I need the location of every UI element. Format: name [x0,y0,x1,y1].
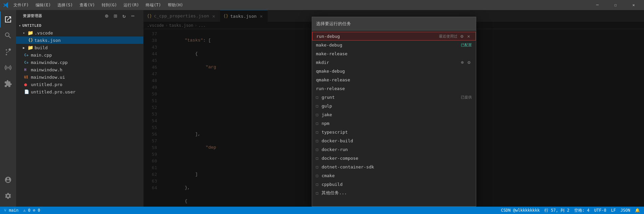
tree-item-build[interactable]: ▶ 📁 build [16,44,143,51]
task-item-cmake[interactable]: □ cmake [312,171,476,180]
build-arrow: ▶ [23,46,26,50]
menu-item-run[interactable]: 运行(R) [121,2,142,9]
task-picker: 选择要运行的任务 run-debug 最近使用过 ⚙ ✕ make-d [312,17,476,207]
mainwindow-ui-icon: UI [24,75,30,79]
activity-settings[interactable] [0,188,16,204]
tree-item-untitled-pro[interactable]: ● untitled.pro [16,81,143,88]
vscode-arrow: ▾ [23,31,26,35]
jake-type-icon: □ [316,113,318,117]
docker-run-type-icon: □ [316,147,318,152]
tree-item-mainwindow-ui[interactable]: UI mainwindow.ui [16,73,143,81]
activity-explorer[interactable] [0,11,16,27]
sidebar-header: 资源管理器 ⊕ ⊞ ↻ ⋯ [16,10,143,22]
task-item-make-release[interactable]: make-release [312,49,476,58]
mainwindow-cpp-icon: C+ [24,60,30,65]
tree-item-mainwindow-cpp[interactable]: C+ mainwindow.cpp [16,59,143,66]
activity-run[interactable] [0,60,16,76]
task-item-docker-build[interactable]: □ docker-build [312,136,476,145]
task-item-npm[interactable]: □ npm [312,119,476,128]
menu-item-file[interactable]: 文件(F) [11,2,32,9]
vscode-logo [3,2,9,8]
tree-item-vscode[interactable]: ▾ 📁 .vscode [16,29,143,37]
task-docker-build-label: docker-build [321,138,472,143]
settings-icon-task[interactable]: ✕ [466,33,472,39]
task-item-mkdir[interactable]: mkdir ⊕ ⚙ [312,58,476,67]
pin-icon-mkdir[interactable]: ⊕ [460,60,465,65]
status-eol[interactable]: LF [610,208,617,213]
task-item-gulp[interactable]: □ gulp [312,101,476,110]
new-folder-button[interactable]: ⊞ [112,12,119,20]
menu-item-goto[interactable]: 转到(G) [99,2,120,9]
task-item-jake[interactable]: □ jake [312,110,476,119]
menu-item-view[interactable]: 查看(V) [77,2,98,9]
window-controls: ─ ☐ ✕ [590,0,641,10]
task-item-cppbuild[interactable]: □ cppbuild [312,180,476,189]
task-cppbuild-label: cppbuild [321,182,472,187]
main-layout: 资源管理器 ⊕ ⊞ ↻ ⋯ ▾ UNTITLED ▾ 📁 .vscode {} [0,10,644,207]
task-cmake-label: cmake [321,173,472,178]
activity-search[interactable] [0,27,16,44]
status-encoding[interactable]: UTF-8 [593,208,608,213]
tree-item-untitled-pro-user[interactable]: 📄 untitled.pro.user [16,88,143,95]
sidebar: 资源管理器 ⊕ ⊞ ↻ ⋯ ▾ UNTITLED ▾ 📁 .vscode {} [16,10,144,207]
task-make-release-label: make-release [316,51,472,56]
task-item-dotnet[interactable]: □ dotnet-container-sdk [312,162,476,171]
activity-account[interactable] [0,172,16,188]
untitled-pro-user-label: untitled.pro.user [31,89,76,94]
task-dotnet-label: dotnet-container-sdk [321,164,472,169]
task-item-docker-compose[interactable]: □ docker-compose [312,154,476,162]
status-spaces[interactable]: 空格: 4 [573,208,591,213]
status-csdn[interactable]: CSDN @wlkkkkkkkk [500,208,541,213]
refresh-button[interactable]: ↻ [120,12,128,20]
task-picker-header: 选择要运行的任务 [312,17,476,30]
menu-item-help[interactable]: 帮助(H) [165,2,186,9]
collapse-all-button[interactable]: ⋯ [129,12,137,20]
menu-item-select[interactable]: 选择(S) [55,2,76,9]
ts-type-icon: □ [316,130,318,134]
task-item-docker-run[interactable]: □ docker-run [312,145,476,154]
tasks-json-icon: {} [28,38,33,43]
untitled-pro-icon: ● [24,82,30,87]
status-errors[interactable]: ⚠ 0 ⊘ 0 [22,208,42,213]
activity-bottom [0,172,16,204]
task-item-run-debug[interactable]: run-debug 最近使用过 ⚙ ✕ [312,32,476,41]
activity-extensions[interactable] [0,76,16,92]
status-line-col[interactable]: 行 57, 列 2 [543,208,571,213]
close-button[interactable]: ✕ [626,0,641,10]
task-item-other[interactable]: □ 其他任务... [312,189,476,197]
task-typescript-label: typescript [321,130,472,135]
main-cpp-label: main.cpp [31,53,52,58]
status-bell[interactable]: 🔔 [634,208,641,213]
task-item-qmake-release[interactable]: qmake-release [312,75,476,84]
tree-item-mainwindow-h[interactable]: H mainwindow.h [16,66,143,73]
task-item-run-release[interactable]: run-release [312,84,476,93]
minimize-button[interactable]: ─ [590,0,605,10]
task-item-typescript[interactable]: □ typescript [312,128,476,136]
status-lang[interactable]: JSON [619,208,632,213]
tree-item-main-cpp[interactable]: C+ main.cpp [16,51,143,59]
task-item-make-debug[interactable]: make-debug 已配置 [312,41,476,49]
task-picker-list[interactable]: run-debug 最近使用过 ⚙ ✕ make-debug 已配置 make-… [312,30,476,206]
status-branch[interactable]: ⑂ main [3,208,20,213]
tree-section-untitled[interactable]: ▾ UNTITLED [16,22,143,29]
task-run-debug-icons: ⚙ ✕ [459,33,472,39]
task-mkdir-label: mkdir [316,60,458,65]
menu-item-edit[interactable]: 编辑(E) [33,2,54,9]
new-file-button[interactable]: ⊕ [103,12,110,20]
menu-item-terminal[interactable]: 终端(T) [143,2,164,9]
activity-source-control[interactable] [0,44,16,60]
docker-compose-type-icon: □ [316,156,318,160]
task-item-qmake-debug[interactable]: qmake-debug [312,67,476,75]
mainwindow-h-icon: H [24,68,30,72]
grunt-type-icon: □ [316,95,318,99]
tree-item-tasks-json[interactable]: {} tasks.json [16,37,143,44]
activity-bar [0,10,16,207]
pin-icon[interactable]: ⚙ [459,33,465,39]
settings-icon-mkdir[interactable]: ⚙ [466,60,472,65]
dotnet-type-icon: □ [316,165,318,169]
task-npm-label: npm [321,121,472,126]
maximize-button[interactable]: ☐ [608,0,623,10]
task-make-debug-badge: 已配置 [461,43,472,48]
task-run-debug-label: run-debug [316,34,437,39]
task-item-grunt[interactable]: □ grunt 已提供 [312,93,476,101]
